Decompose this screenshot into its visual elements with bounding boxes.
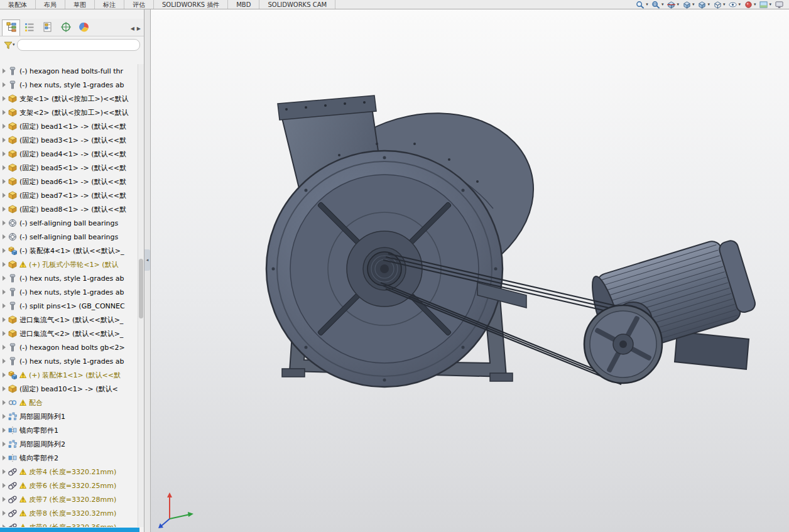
zoom-area-button[interactable]: ▾ bbox=[651, 1, 664, 9]
tree-item[interactable]: (固定) bead6<1> -> (默认<<默 bbox=[2, 175, 138, 188]
tree-item[interactable]: (-) hex nuts, style 1-grades ab bbox=[2, 271, 138, 285]
view-orientation-button[interactable]: ▾ bbox=[697, 1, 710, 9]
tree-item[interactable]: 支架<2> (默认<按加工>)<<默认 bbox=[2, 106, 138, 119]
tree-item[interactable]: (固定) bead5<1> -> (默认<<默 bbox=[2, 161, 138, 175]
tree-item[interactable]: (+) 孔板式小带轮<1> (默认 bbox=[2, 258, 138, 271]
tree-item[interactable]: (+) 装配体1<1> (默认<<默 bbox=[2, 368, 138, 382]
expand-arrow-icon[interactable] bbox=[3, 428, 6, 433]
tree-item[interactable]: 皮带7 (长度=3320.28mm) bbox=[2, 492, 138, 506]
expand-arrow-icon[interactable] bbox=[3, 151, 6, 156]
expand-arrow-icon[interactable] bbox=[3, 331, 6, 336]
expand-arrow-icon[interactable] bbox=[3, 497, 6, 502]
graphics-area[interactable] bbox=[151, 9, 789, 532]
tree-item[interactable]: (-) self-aligning ball bearings bbox=[2, 216, 138, 230]
expand-arrow-icon[interactable] bbox=[3, 303, 6, 308]
command-tab[interactable]: 评估 bbox=[124, 0, 154, 9]
dropdown-chevron-icon[interactable]: ▾ bbox=[754, 3, 756, 7]
dropdown-chevron-icon[interactable]: ▾ bbox=[723, 3, 726, 7]
tree-item[interactable]: (-) self-aligning ball bearings bbox=[2, 230, 138, 244]
filter-dropdown-icon[interactable]: ▾ bbox=[13, 43, 15, 47]
expand-arrow-icon[interactable] bbox=[3, 359, 6, 364]
panel-tab-propertymanager[interactable] bbox=[20, 19, 38, 36]
tree-item[interactable]: 皮带6 (长度=3320.25mm) bbox=[2, 479, 138, 492]
expand-arrow-icon[interactable] bbox=[3, 262, 6, 267]
expand-arrow-icon[interactable] bbox=[3, 386, 6, 391]
dropdown-chevron-icon[interactable]: ▾ bbox=[769, 3, 771, 7]
tree-item[interactable]: (-) hexagon head bolts-full thr bbox=[2, 64, 138, 78]
expand-arrow-icon[interactable] bbox=[3, 82, 6, 87]
expand-arrow-icon[interactable] bbox=[3, 317, 6, 322]
expand-arrow-icon[interactable] bbox=[3, 96, 6, 101]
expand-arrow-icon[interactable] bbox=[3, 483, 6, 488]
tree-item[interactable]: (-) hex nuts, style 1-grades ab bbox=[2, 285, 138, 299]
tree-scrollbar[interactable] bbox=[138, 64, 144, 527]
model-motor-pulley[interactable] bbox=[584, 305, 662, 383]
panel-tab-configurationmanager[interactable] bbox=[38, 19, 57, 36]
tree-item[interactable]: (-) hex nuts, style 1-grades ab bbox=[2, 78, 138, 92]
tree-item[interactable]: 皮带9 (长度=3320.36mm) bbox=[2, 520, 138, 527]
expand-arrow-icon[interactable] bbox=[3, 455, 6, 460]
tree-item[interactable]: (固定) bead7<1> -> (默认<<默 bbox=[2, 188, 138, 202]
dropdown-chevron-icon[interactable]: ▾ bbox=[738, 3, 741, 7]
tree-item[interactable]: (固定) bead8<1> -> (默认<<默 bbox=[2, 202, 138, 216]
command-tab[interactable]: MBD bbox=[228, 0, 259, 9]
zoom-fit-button[interactable]: ▾ bbox=[636, 1, 648, 9]
tree-item[interactable]: 镜向零部件2 bbox=[2, 451, 138, 465]
expand-arrow-icon[interactable] bbox=[3, 207, 6, 212]
tree-item[interactable]: (-) hexagon head bolts gb<2> bbox=[2, 340, 138, 354]
view-settings-button[interactable] bbox=[775, 1, 784, 9]
expand-arrow-icon[interactable] bbox=[3, 124, 6, 129]
expand-arrow-icon[interactable] bbox=[3, 469, 6, 474]
expand-arrow-icon[interactable] bbox=[3, 290, 6, 295]
tree-item[interactable]: 皮带4 (长度=3320.21mm) bbox=[2, 465, 138, 479]
dynamic-annotation-views-button[interactable]: ▾ bbox=[682, 1, 695, 9]
tree-item[interactable]: (-) hex nuts, style 1-grades ab bbox=[2, 354, 138, 368]
expand-arrow-icon[interactable] bbox=[3, 110, 6, 115]
dropdown-chevron-icon[interactable]: ▾ bbox=[707, 3, 710, 7]
expand-arrow-icon[interactable] bbox=[3, 248, 6, 253]
command-tab[interactable]: SOLIDWORKS CAM bbox=[259, 0, 335, 9]
panel-tab-dimxpertmanager[interactable] bbox=[57, 19, 75, 36]
panel-tab-featuremanager[interactable] bbox=[2, 19, 20, 36]
tree-item[interactable]: 进口集流气<2> (默认<<默认>_ bbox=[2, 327, 138, 340]
tree-item[interactable]: (固定) bead1<1> -> (默认<<默 bbox=[2, 119, 138, 133]
expand-arrow-icon[interactable] bbox=[3, 442, 6, 447]
expand-arrow-icon[interactable] bbox=[3, 511, 6, 516]
filter-funnel-icon[interactable]: ▾ bbox=[4, 41, 15, 50]
section-view-button[interactable]: ▾ bbox=[667, 1, 679, 9]
command-tab[interactable]: 布局 bbox=[36, 0, 65, 9]
hide-show-items-button[interactable]: ▾ bbox=[728, 1, 741, 9]
tree-item[interactable]: 局部圆周阵列1 bbox=[2, 410, 138, 423]
tree-item[interactable]: 配合 bbox=[2, 396, 138, 410]
command-tab[interactable]: 装配体 bbox=[0, 0, 36, 9]
command-tab[interactable]: SOLIDWORKS 插件 bbox=[154, 0, 228, 9]
expand-arrow-icon[interactable] bbox=[3, 138, 6, 143]
tree-item[interactable]: 局部圆周阵列2 bbox=[2, 437, 138, 451]
filter-input[interactable] bbox=[17, 39, 140, 51]
expand-arrow-icon[interactable] bbox=[3, 400, 6, 405]
display-style-button[interactable]: ▾ bbox=[713, 1, 726, 9]
tree-item[interactable]: (-) split pins<1> (GB_CONNEC bbox=[2, 299, 138, 313]
dropdown-chevron-icon[interactable]: ▾ bbox=[692, 3, 695, 7]
model-motor-base[interactable] bbox=[675, 332, 749, 369]
splitter-collapse-icon[interactable]: ◂ bbox=[144, 249, 150, 271]
panel-tab-scroll-right-icon[interactable]: ▶ bbox=[137, 26, 141, 31]
expand-arrow-icon[interactable] bbox=[3, 165, 6, 170]
panel-tab-displaymanager[interactable] bbox=[75, 19, 93, 36]
apply-scene-button[interactable]: ▾ bbox=[759, 1, 771, 9]
expand-arrow-icon[interactable] bbox=[3, 524, 6, 527]
tree-item[interactable]: 镜向零部件1 bbox=[2, 423, 138, 437]
tree-item[interactable]: (固定) bead10<1> -> (默认< bbox=[2, 382, 138, 396]
panel-splitter[interactable]: ◂ bbox=[144, 9, 151, 532]
expand-arrow-icon[interactable] bbox=[3, 68, 6, 73]
tree-item[interactable]: 皮带8 (长度=3320.32mm) bbox=[2, 506, 138, 520]
dropdown-chevron-icon[interactable]: ▾ bbox=[677, 3, 679, 7]
expand-arrow-icon[interactable] bbox=[3, 234, 6, 239]
tree-item[interactable]: 进口集流气<1> (默认<<默认>_ bbox=[2, 313, 138, 327]
panel-tab-scroll-left-icon[interactable]: ◀ bbox=[131, 26, 134, 31]
tree-item[interactable]: (-) 装配体4<1> (默认<<默认>_ bbox=[2, 244, 138, 258]
expand-arrow-icon[interactable] bbox=[3, 345, 6, 350]
tree-item[interactable]: (固定) bead3<1> -> (默认<<默 bbox=[2, 133, 138, 147]
expand-arrow-icon[interactable] bbox=[3, 372, 6, 377]
edit-appearance-button[interactable]: ▾ bbox=[744, 1, 756, 9]
